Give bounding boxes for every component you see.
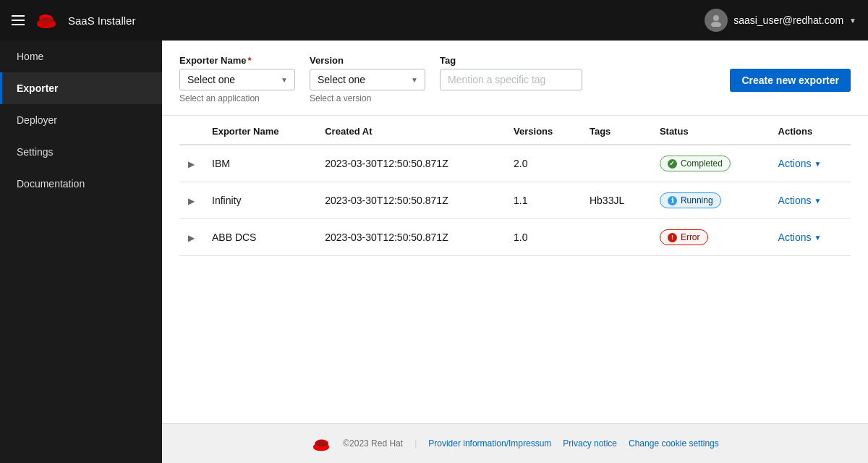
- sidebar-item-exporter[interactable]: Exporter: [0, 72, 162, 104]
- exporter-table-wrap: Exporter Name Created At Versions Tags S…: [162, 116, 868, 256]
- footer-link-privacy[interactable]: Privacy notice: [563, 438, 617, 449]
- footer-link-provider[interactable]: Provider information/Impressum: [428, 438, 551, 449]
- sidebar-item-home[interactable]: Home: [0, 41, 162, 72]
- row-expand-cell: ▶: [179, 219, 203, 256]
- user-menu[interactable]: saasi_user@redhat.com ▼: [705, 9, 856, 32]
- row-versions: 1.0: [505, 219, 581, 256]
- sidebar-item-documentation[interactable]: Documentation: [0, 168, 162, 200]
- actions-button[interactable]: Actions▼: [778, 195, 822, 206]
- actions-chevron-icon: ▼: [814, 160, 821, 168]
- exporter-name-select-wrap: Select one ▼: [179, 69, 295, 90]
- row-actions-cell: Actions▼: [770, 182, 851, 219]
- exporter-name-select[interactable]: Select one: [179, 69, 295, 90]
- footer-copyright: ©2023 Red Hat: [343, 438, 403, 449]
- col-expand: [179, 116, 203, 145]
- col-tags: Tags: [581, 116, 651, 145]
- actions-button[interactable]: Actions▼: [778, 232, 822, 243]
- info-icon: ℹ: [668, 196, 677, 205]
- row-tags: [581, 219, 651, 256]
- actions-chevron-icon: ▼: [814, 234, 821, 242]
- actions-chevron-icon: ▼: [814, 197, 821, 205]
- row-actions-cell: Actions▼: [770, 219, 851, 256]
- actions-button[interactable]: Actions▼: [778, 158, 822, 169]
- footer-logo: [311, 436, 331, 451]
- row-status: ✓Completed: [651, 145, 770, 182]
- exporter-name-filter: Exporter Name* Select one ▼ Select an ap…: [179, 55, 295, 103]
- exporter-name-hint: Select an application: [179, 93, 295, 103]
- sidebar: Home Exporter Deployer Settings Document…: [0, 41, 162, 463]
- tag-label: Tag: [440, 55, 582, 66]
- row-tags: Hb33JL: [581, 182, 651, 219]
- expand-icon[interactable]: ▶: [188, 159, 195, 169]
- tag-filter: Tag placeholder: [440, 55, 582, 103]
- footer: ©2023 Red Hat | Provider information/Imp…: [162, 423, 868, 463]
- row-expand-cell: ▶: [179, 145, 203, 182]
- status-badge: ℹRunning: [660, 192, 721, 208]
- col-status: Status: [651, 116, 770, 145]
- user-email: saasi_user@redhat.com: [733, 14, 843, 26]
- svg-point-4: [711, 22, 721, 27]
- filter-bar: Exporter Name* Select one ▼ Select an ap…: [162, 41, 868, 116]
- row-created-at: 2023-03-30T12:50:50.871Z: [316, 145, 505, 182]
- footer-link-cookies[interactable]: Change cookie settings: [629, 438, 719, 449]
- user-chevron-icon: ▼: [849, 17, 856, 25]
- row-versions: 1.1: [505, 182, 581, 219]
- create-exporter-button[interactable]: Create new exporter: [730, 69, 851, 92]
- exporter-name-label: Exporter Name*: [179, 55, 295, 66]
- row-created-at: 2023-03-30T12:50:50.871Z: [316, 219, 505, 256]
- row-tags: [581, 145, 651, 182]
- status-badge: ✓Completed: [660, 156, 731, 171]
- version-select-wrap: Select one ▼: [310, 69, 425, 90]
- status-badge: !Error: [660, 229, 708, 245]
- row-status: !Error: [651, 219, 770, 256]
- svg-point-3: [713, 15, 719, 21]
- sidebar-item-settings[interactable]: Settings: [0, 136, 162, 168]
- expand-icon[interactable]: ▶: [188, 233, 195, 243]
- row-exporter-name: ABB DCS: [203, 219, 316, 256]
- row-expand-cell: ▶: [179, 182, 203, 219]
- exporter-table: Exporter Name Created At Versions Tags S…: [179, 116, 851, 256]
- col-versions: Versions: [505, 116, 581, 145]
- svg-point-7: [316, 443, 326, 447]
- row-exporter-name: Infinity: [203, 182, 316, 219]
- svg-point-2: [41, 17, 53, 22]
- row-versions: 2.0: [505, 145, 581, 182]
- table-row: ▶ ABB DCS 2023-03-30T12:50:50.871Z 1.0 !…: [179, 219, 851, 256]
- check-icon: ✓: [668, 159, 677, 169]
- content-panel: Exporter Name* Select one ▼ Select an ap…: [162, 41, 868, 423]
- version-filter: Version Select one ▼ Select a version: [310, 55, 425, 103]
- hamburger-menu[interactable]: [12, 15, 25, 25]
- app-name: SaaS Installer: [68, 14, 135, 27]
- sidebar-item-deployer[interactable]: Deployer: [0, 104, 162, 136]
- avatar: [705, 9, 728, 32]
- col-created-at: Created At: [316, 116, 505, 145]
- table-header-row: Exporter Name Created At Versions Tags S…: [179, 116, 851, 145]
- main-content: Exporter Name* Select one ▼ Select an ap…: [162, 41, 868, 463]
- tag-input[interactable]: [440, 69, 582, 90]
- version-label: Version: [310, 55, 425, 66]
- error-icon: !: [668, 233, 677, 242]
- topbar: SaaS Installer saasi_user@redhat.com ▼: [0, 0, 868, 41]
- col-exporter-name: Exporter Name: [203, 116, 316, 145]
- expand-icon[interactable]: ▶: [188, 196, 195, 206]
- col-actions: Actions: [770, 116, 851, 145]
- version-hint: Select a version: [310, 93, 425, 103]
- table-row: ▶ IBM 2023-03-30T12:50:50.871Z 2.0 ✓Comp…: [179, 145, 851, 182]
- row-status: ℹRunning: [651, 182, 770, 219]
- redhat-logo: [33, 7, 59, 33]
- table-row: ▶ Infinity 2023-03-30T12:50:50.871Z 1.1 …: [179, 182, 851, 219]
- row-actions-cell: Actions▼: [770, 145, 851, 182]
- brand: SaaS Installer: [33, 7, 135, 33]
- row-created-at: 2023-03-30T12:50:50.871Z: [316, 182, 505, 219]
- row-exporter-name: IBM: [203, 145, 316, 182]
- version-select[interactable]: Select one: [310, 69, 425, 90]
